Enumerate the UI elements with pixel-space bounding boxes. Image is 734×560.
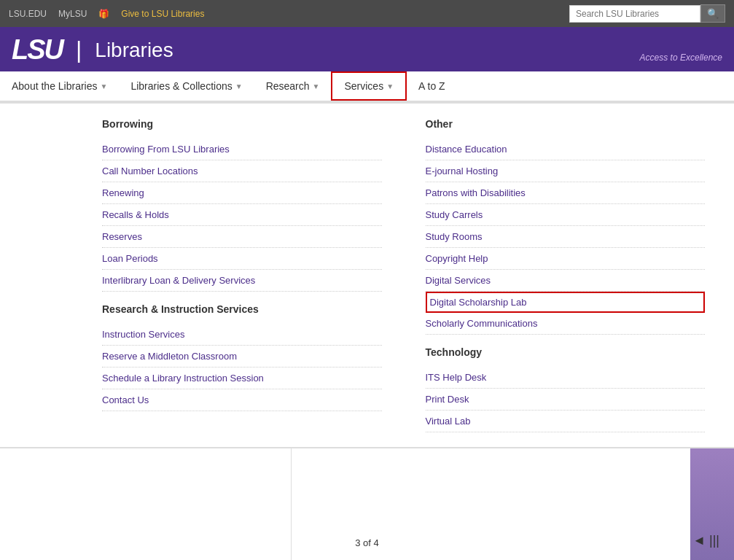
logo-divider: | — [76, 36, 82, 63]
link-its-helpdesk[interactable]: ITS Help Desk — [426, 367, 706, 389]
nav-services[interactable]: Services ▼ — [331, 71, 407, 101]
research-arrow-icon: ▼ — [313, 82, 320, 90]
research-instruction-section: Research & Instruction Services Instruct… — [102, 303, 382, 411]
link-digital-scholarship-lab[interactable]: Digital Scholarship Lab — [426, 292, 706, 313]
link-scholarly-communications[interactable]: Scholarly Communications — [426, 313, 706, 335]
header: LSU | Libraries Access to Excellence — [0, 27, 734, 71]
link-recalls-holds[interactable]: Recalls & Holds — [102, 204, 382, 226]
give-link[interactable]: Give to LSU Libraries — [121, 9, 204, 19]
top-search-button[interactable]: 🔍 — [700, 4, 725, 23]
link-borrowing-from-lsu[interactable]: Borrowing From LSU Libraries — [102, 139, 382, 160]
link-virtual-lab[interactable]: Virtual Lab — [426, 411, 706, 432]
technology-heading: Technology — [426, 346, 706, 358]
top-search-input[interactable] — [569, 5, 700, 23]
about-arrow-icon: ▼ — [101, 82, 108, 90]
link-digital-services[interactable]: Digital Services — [426, 270, 706, 292]
nav-a-to-z[interactable]: A to Z — [407, 71, 457, 101]
lib-arrow-icon: ▼ — [235, 82, 243, 90]
libraries-label: Libraries — [95, 39, 173, 62]
tagline: Access to Excellence — [640, 52, 722, 66]
technology-section: Technology ITS Help Desk Print Desk Virt… — [426, 346, 706, 432]
nav-about[interactable]: About the Libraries ▼ — [0, 71, 119, 101]
link-loan-periods[interactable]: Loan Periods — [102, 248, 382, 270]
services-arrow-icon: ▼ — [386, 82, 394, 90]
mylsu-link[interactable]: MyLSU — [58, 9, 87, 19]
nav-research[interactable]: Research ▼ — [254, 71, 332, 101]
link-call-number[interactable]: Call Number Locations — [102, 160, 382, 182]
link-reserves[interactable]: Reserves — [102, 226, 382, 248]
research-instruction-heading: Research & Instruction Services — [102, 303, 382, 315]
link-contact-us[interactable]: Contact Us — [102, 389, 382, 411]
borrowing-heading: Borrowing — [102, 118, 382, 130]
pagination-label: 3 of 4 — [355, 537, 379, 548]
link-study-rooms[interactable]: Study Rooms — [426, 226, 706, 248]
link-study-carrels[interactable]: Study Carrels — [426, 204, 706, 226]
nav-libraries-collections[interactable]: Libraries & Collections ▼ — [119, 71, 254, 101]
give-icon: 🎁 — [98, 9, 109, 19]
other-column: Other Distance Education E-journal Hosti… — [397, 118, 720, 432]
link-copyright-help[interactable]: Copyright Help — [426, 248, 706, 270]
nav-bar: About the Libraries ▼ Libraries & Collec… — [0, 71, 734, 102]
lsu-logo-text: LSU — [12, 34, 63, 66]
pagination: 3 of 4 — [355, 537, 379, 548]
link-ejournal-hosting[interactable]: E-journal Hosting — [426, 160, 706, 182]
link-reserve-classroom[interactable]: Reserve a Middleton Classroom — [102, 346, 382, 368]
nav-arrows[interactable]: ◄ ||| — [692, 533, 719, 548]
link-print-desk[interactable]: Print Desk — [426, 389, 706, 411]
top-bar: LSU.EDU MyLSU 🎁 Give to LSU Libraries 🔍 — [0, 0, 734, 27]
link-instruction-services[interactable]: Instruction Services — [102, 324, 382, 346]
header-logo: LSU | Libraries — [12, 34, 173, 66]
link-renewing[interactable]: Renewing — [102, 182, 382, 204]
top-search-area: 🔍 — [569, 4, 725, 23]
borrowing-column: Borrowing Borrowing From LSU Libraries C… — [15, 118, 397, 432]
services-dropdown-menu: Borrowing Borrowing From LSU Libraries C… — [0, 102, 734, 448]
main-content: Discovery Catalog Databases Reserves E..… — [0, 102, 734, 560]
link-patrons-disabilities[interactable]: Patrons with Disabilities — [426, 182, 706, 204]
lsu-edu-link[interactable]: LSU.EDU — [9, 9, 47, 19]
other-heading: Other — [426, 118, 706, 130]
link-schedule-instruction[interactable]: Schedule a Library Instruction Session — [102, 368, 382, 389]
link-interlibrary-loan[interactable]: Interlibrary Loan & Delivery Services — [102, 270, 382, 292]
link-distance-education[interactable]: Distance Education — [426, 139, 706, 160]
